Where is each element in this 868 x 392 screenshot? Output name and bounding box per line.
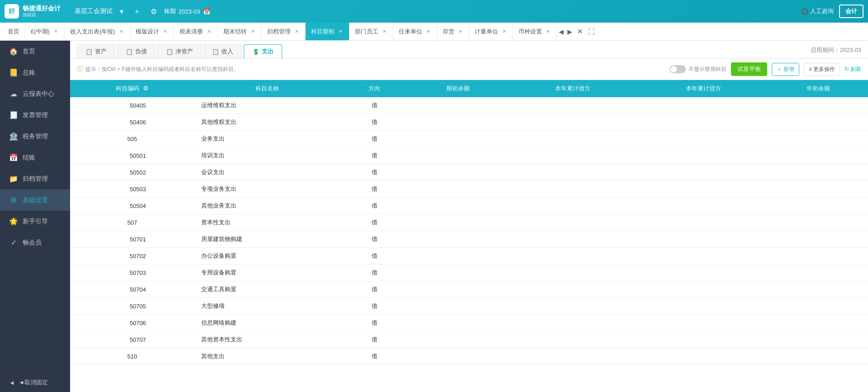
cell-direction: 借 bbox=[340, 147, 408, 164]
tab-income[interactable]: 收入支出表(年报) ✕ bbox=[65, 23, 130, 40]
table-row[interactable]: 510其他支出借 bbox=[70, 348, 868, 365]
table-row[interactable]: 50707其他资本性支出借 bbox=[70, 331, 868, 348]
tab-currency[interactable]: 币种设置 ✕ bbox=[513, 23, 557, 40]
tab-close-period-end[interactable]: ✕ bbox=[250, 28, 256, 34]
tab-close-template[interactable]: ✕ bbox=[162, 28, 168, 34]
tab-prev-btn[interactable]: ◀ bbox=[557, 23, 566, 40]
sub-tab-liability[interactable]: 📋 负债 bbox=[117, 44, 156, 58]
sidebar-pin-toggle[interactable]: ◄ ◄取消固定 bbox=[0, 373, 70, 392]
tab-close-period[interactable]: ✕ bbox=[53, 28, 59, 34]
tab-close-income[interactable]: ✕ bbox=[118, 28, 124, 34]
tab-period[interactable]: £(中期) ✕ bbox=[25, 23, 65, 40]
cell-ytd-credit bbox=[638, 214, 769, 231]
tab-close-dept[interactable]: ✕ bbox=[382, 28, 387, 34]
sidebar-item-settings[interactable]: ⚙ 基础设置 bbox=[0, 189, 70, 211]
table-row[interactable]: 50703专用设备购置借 bbox=[70, 264, 868, 281]
cell-code: 50701 bbox=[70, 231, 194, 248]
sidebar-item-report[interactable]: ☁ 云报表中心 bbox=[0, 83, 70, 104]
calculate-btn[interactable]: 试算平衡 bbox=[731, 62, 767, 76]
hint-icon: ⓘ bbox=[77, 65, 83, 73]
archive-icon: 📁 bbox=[9, 175, 18, 183]
tab-tax[interactable]: 税表清册 ✕ bbox=[174, 23, 218, 40]
sidebar-item-member[interactable]: ✓ 畅会员 bbox=[0, 232, 70, 253]
tab-unit[interactable]: 往来单位 ✕ bbox=[393, 23, 437, 40]
cell-ytd-credit bbox=[638, 147, 769, 164]
table-row[interactable]: 50702办公设备购置借 bbox=[70, 248, 868, 264]
tab-archive[interactable]: 归档管理 ✕ bbox=[262, 23, 306, 40]
tab-home[interactable]: 首页 bbox=[2, 23, 25, 40]
tab-subject-init[interactable]: 科目期初 ✕ bbox=[306, 23, 349, 40]
refresh-btn[interactable]: ↻ 刷新 bbox=[844, 66, 861, 73]
cell-ytd-credit bbox=[638, 181, 769, 198]
table-row[interactable]: 50503专项业务支出借 bbox=[70, 181, 868, 198]
cell-name: 其他支出 bbox=[194, 348, 341, 365]
add-company-btn[interactable]: ＋ bbox=[131, 6, 143, 17]
tab-bar: 首页 £(中期) ✕ 收入支出表(年报) ✕ 模版设计 ✕ 税表清册 ✕ 期末结… bbox=[0, 23, 868, 41]
settings-icon: ⚙ bbox=[9, 196, 18, 204]
service-btn[interactable]: 🎧 人工咨询 bbox=[801, 7, 834, 15]
tab-close-unit[interactable]: ✕ bbox=[425, 28, 431, 34]
sidebar-item-ledger[interactable]: 📒 总账 bbox=[0, 62, 70, 83]
tab-department[interactable]: 部门员工 ✕ bbox=[349, 23, 393, 40]
cell-ytd-credit bbox=[638, 114, 769, 131]
tab-close-archive[interactable]: ✕ bbox=[294, 28, 300, 34]
cell-code: 50703 bbox=[70, 264, 194, 281]
column-settings-icon[interactable]: ⚙ bbox=[143, 85, 149, 92]
table-row[interactable]: 50705大型修缮借 bbox=[70, 298, 868, 315]
tab-next-btn[interactable]: ▶ bbox=[566, 23, 574, 40]
table-row[interactable]: 505业务支出借 bbox=[70, 131, 868, 147]
sub-tab-asset[interactable]: 📋 资产 bbox=[77, 44, 115, 58]
tab-close-measure[interactable]: ✕ bbox=[501, 28, 507, 34]
net-asset-icon: 📋 bbox=[166, 48, 173, 55]
sidebar-label-home: 首页 bbox=[23, 47, 35, 56]
table-row[interactable]: 50405运维维权支出借 bbox=[70, 97, 868, 114]
sub-tab-expense[interactable]: 💲 支出 bbox=[244, 44, 282, 58]
company-name[interactable]: 基层工会测试 bbox=[75, 7, 113, 15]
table-row[interactable]: 507资本性支出借 bbox=[70, 214, 868, 231]
tab-expand-btn[interactable]: ⛶ bbox=[585, 23, 597, 40]
sidebar-item-archive[interactable]: 📁 归档管理 bbox=[0, 168, 70, 189]
table-row[interactable]: 50701房屋建筑物购建借 bbox=[70, 231, 868, 248]
tab-close-inventory[interactable]: ✕ bbox=[458, 28, 463, 34]
sub-tab-net-asset[interactable]: 📋 净资产 bbox=[157, 44, 202, 58]
table-row[interactable]: 50406其他维权支出借 bbox=[70, 114, 868, 131]
table-row[interactable]: 50502会议支出借 bbox=[70, 164, 868, 181]
cell-direction: 借 bbox=[340, 164, 408, 181]
app-title: 畅捷通好会计 bbox=[23, 5, 61, 12]
cell-year-opening bbox=[769, 181, 868, 198]
cell-ytd-credit bbox=[638, 198, 769, 214]
tab-inventory[interactable]: 存货 ✕ bbox=[437, 23, 469, 40]
add-label: 新增 bbox=[783, 66, 794, 73]
table-row[interactable]: 50706信息网络购建借 bbox=[70, 315, 868, 331]
table-wrapper[interactable]: 科目编码 ⚙ 科目名称 方向 期初余额 本年累计借方 本年累计贷方 年初余额 5… bbox=[70, 80, 868, 392]
sidebar-item-close[interactable]: 📅 结账 bbox=[0, 147, 70, 168]
add-btn[interactable]: ＋ 新增 bbox=[772, 63, 799, 76]
tab-measure[interactable]: 计量单位 ✕ bbox=[469, 23, 513, 40]
tab-close-subject[interactable]: ✕ bbox=[338, 28, 344, 34]
top-header: 好 畅捷通好会计 旗舰版 基层工会测试 ▾ ＋ ⚙ 账期 2023-03 📅 🎧… bbox=[0, 0, 868, 23]
more-btn[interactable]: ≡ 更多操作 bbox=[804, 63, 840, 76]
member-icon: ✓ bbox=[9, 238, 18, 247]
sidebar-item-guide[interactable]: 🌟 新手引导 bbox=[0, 211, 70, 232]
header-right: 🎧 人工咨询 会计 bbox=[801, 5, 863, 18]
sub-tab-income[interactable]: 📋 收入 bbox=[203, 44, 242, 58]
settings-btn[interactable]: ⚙ bbox=[148, 6, 160, 17]
cell-name: 培训支出 bbox=[194, 147, 341, 164]
calendar-icon[interactable]: 📅 bbox=[203, 8, 210, 15]
table-row[interactable]: 50704交通工具购置借 bbox=[70, 281, 868, 298]
company-dropdown-btn[interactable]: ▾ bbox=[117, 6, 126, 17]
sidebar-item-tax[interactable]: 🏦 税务管理 bbox=[0, 126, 70, 147]
table-row[interactable]: 50504其他业务支出借 bbox=[70, 198, 868, 214]
toggle-disabled-subjects[interactable]: 不显示禁用科目 bbox=[670, 65, 726, 73]
tab-close-tax[interactable]: ✕ bbox=[206, 28, 212, 34]
tab-template[interactable]: 模版设计 ✕ bbox=[130, 23, 174, 40]
tab-period-end[interactable]: 期末结转 ✕ bbox=[218, 23, 262, 40]
table-row[interactable]: 50501培训支出借 bbox=[70, 147, 868, 164]
cell-name: 其他业务支出 bbox=[194, 198, 341, 214]
sidebar-item-invoice[interactable]: 🧾 发票管理 bbox=[0, 104, 70, 126]
kuaiji-btn[interactable]: 会计 bbox=[839, 5, 863, 18]
tab-close-all-btn[interactable]: ✕ bbox=[574, 23, 585, 40]
cell-name: 信息网络购建 bbox=[194, 315, 341, 331]
tab-close-currency[interactable]: ✕ bbox=[545, 28, 551, 34]
sidebar-item-home[interactable]: 🏠 首页 bbox=[0, 41, 70, 62]
